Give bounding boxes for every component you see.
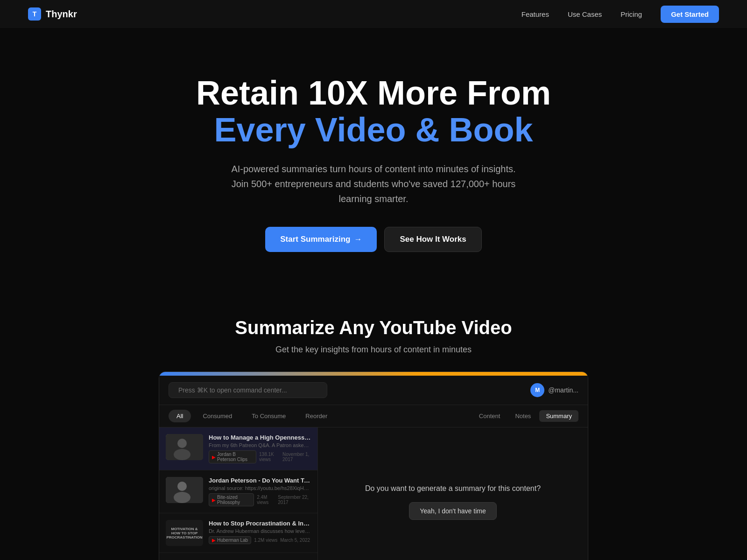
logo-text: Thynkr <box>46 9 77 20</box>
section-title: Summarize Any YouTube Video <box>235 317 512 338</box>
channel-name-2: Bite-sized Philosophy <box>217 495 251 505</box>
hero-title-line2: Every Video & Book <box>214 111 533 148</box>
right-tab-summary[interactable]: Summary <box>539 410 578 422</box>
app-inner: M @martin... All Consumed To Consume Reo… <box>159 376 588 560</box>
video-info-2: Jordan Peterson - Do You Want To Have A … <box>209 477 311 506</box>
hero-title-line1: Retain 10X More From <box>196 74 551 112</box>
summary-prompt: Do you want to generate a summary for th… <box>365 484 541 493</box>
views-1: 138.1K views <box>259 452 280 462</box>
logo[interactable]: T Thynkr <box>28 7 77 21</box>
logo-icon: T <box>28 7 41 21</box>
nav-features[interactable]: Features <box>521 10 549 18</box>
svg-point-2 <box>174 449 190 460</box>
date-3: March 5, 2022 <box>280 538 310 543</box>
right-tab-notes[interactable]: Notes <box>508 410 537 422</box>
user-badge: M @martin... <box>530 383 578 397</box>
video-title-1: How to Manage a High Openness/Low Consci… <box>209 434 311 441</box>
video-thumbnail-2 <box>166 477 203 503</box>
video-info-1: How to Manage a High Openness/Low Consci… <box>209 434 311 463</box>
tab-consumed[interactable]: Consumed <box>195 410 240 422</box>
views-3: 1.2M views <box>254 538 277 543</box>
video-meta-1: ▶ Jordan B Peterson Clips 138.1K views N… <box>209 450 311 463</box>
svg-point-1 <box>177 439 187 448</box>
app-body: How to Manage a High Openness/Low Consci… <box>159 427 588 560</box>
youtube-icon-2: ▶ <box>212 497 216 503</box>
video-meta-2: ▶ Bite-sized Philosophy 2.4M views Septe… <box>209 493 311 506</box>
video-title-3: How to Stop Procrastination & Increase M… <box>209 520 311 527</box>
channel-name-1: Jordan B Peterson Clips <box>217 452 253 462</box>
youtube-icon-1: ▶ <box>212 455 216 460</box>
video-desc-1: From my 6th Patreon Q&A. A Patron asked … <box>209 442 311 448</box>
list-item[interactable]: MOTIVATION &HOW TO STOPPROCRASTINATION H… <box>159 513 317 553</box>
video-thumbnail-1 <box>166 434 203 460</box>
start-summarizing-button[interactable]: Start Summarizing → <box>265 227 377 252</box>
app-topbar-gradient <box>159 372 588 376</box>
app-list-tabs: All Consumed To Consume Reorder Content … <box>159 405 588 427</box>
channel-badge-1: ▶ Jordan B Peterson Clips <box>209 450 256 463</box>
get-started-button[interactable]: Get Started <box>661 6 719 23</box>
channel-badge-3: ▶ Huberman Lab <box>209 536 251 544</box>
video-thumbnail-3: MOTIVATION &HOW TO STOPPROCRASTINATION <box>166 520 203 546</box>
svg-point-4 <box>177 482 187 491</box>
video-desc-2: original source: https://youtu.be/hs28Xi… <box>209 485 311 491</box>
nav-pricing[interactable]: Pricing <box>620 10 642 18</box>
video-meta-3: ▶ Huberman Lab 1.2M views March 5, 2022 <box>209 536 311 544</box>
video-list: How to Manage a High Openness/Low Consci… <box>159 427 318 560</box>
generate-summary-button[interactable]: Yeah, I don't have time <box>409 502 496 520</box>
date-1: November 1, 2017 <box>282 452 311 462</box>
hero-subtitle: AI-powered summaries turn hours of conte… <box>224 161 523 206</box>
svg-point-5 <box>174 492 190 503</box>
navbar: T Thynkr Features Use Cases Pricing Get … <box>0 0 747 28</box>
right-panel: Do you want to generate a summary for th… <box>318 427 588 560</box>
tab-reorder[interactable]: Reorder <box>297 410 335 422</box>
list-item[interactable]: Jordan Peterson - Do You Want To Have A … <box>159 470 317 513</box>
thumbnail-image-1 <box>166 434 203 460</box>
channel-name-3: Huberman Lab <box>217 538 248 543</box>
video-desc-3: Dr. Andrew Huberman discusses how levera… <box>209 528 311 534</box>
arrow-icon: → <box>354 235 362 244</box>
user-avatar: M <box>530 383 544 397</box>
nav-use-cases[interactable]: Use Cases <box>568 10 602 18</box>
right-tab-content[interactable]: Content <box>472 410 507 422</box>
tab-to-consume[interactable]: To Consume <box>244 410 294 422</box>
user-handle: @martin... <box>548 386 578 394</box>
thumbnail-image-2 <box>166 477 203 503</box>
hero-buttons: Start Summarizing → See How It Works <box>265 227 482 252</box>
command-center-input[interactable] <box>169 382 327 398</box>
youtube-icon-3: ▶ <box>212 538 216 543</box>
section-subtitle: Get the key insights from hours of conte… <box>275 345 472 355</box>
command-bar: M @martin... <box>159 376 588 405</box>
app-preview: M @martin... All Consumed To Consume Reo… <box>159 371 588 560</box>
see-how-it-works-button[interactable]: See How It Works <box>384 227 481 252</box>
hero-section: Retain 10X More From Every Video & Book … <box>0 28 747 289</box>
views-2: 2.4M views <box>257 495 275 505</box>
video-title-2: Jordan Peterson - Do You Want To Have A … <box>209 477 311 484</box>
date-2: September 22, 2017 <box>278 495 311 505</box>
tab-all[interactable]: All <box>169 410 191 422</box>
right-content-area: Do you want to generate a summary for th… <box>318 427 588 560</box>
thumbnail-text-3: MOTIVATION &HOW TO STOPPROCRASTINATION <box>166 527 202 539</box>
summarize-section: Summarize Any YouTube Video Get the key … <box>0 289 747 560</box>
list-item[interactable]: How to Manage a High Openness/Low Consci… <box>159 427 317 470</box>
video-info-3: How to Stop Procrastination & Increase M… <box>209 520 311 546</box>
channel-badge-2: ▶ Bite-sized Philosophy <box>209 493 254 506</box>
hero-title: Retain 10X More From Every Video & Book <box>196 75 551 148</box>
start-summarizing-label: Start Summarizing <box>280 235 350 244</box>
nav-links: Features Use Cases Pricing Get Started <box>521 6 719 23</box>
